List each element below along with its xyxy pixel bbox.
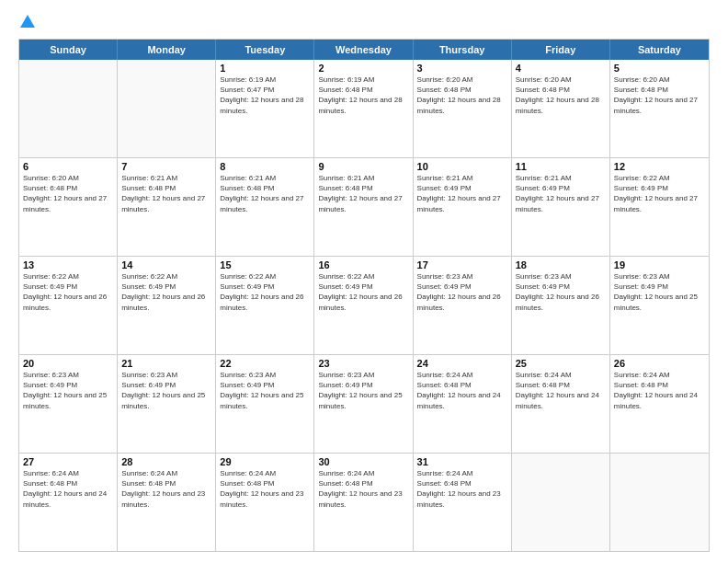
day-info: Sunrise: 6:22 AM Sunset: 6:49 PM Dayligh… xyxy=(220,271,310,313)
day-info: Sunrise: 6:24 AM Sunset: 6:48 PM Dayligh… xyxy=(417,370,507,411)
calendar-day-header: Saturday xyxy=(610,40,709,60)
calendar-cell: 29Sunrise: 6:24 AM Sunset: 6:48 PM Dayli… xyxy=(216,454,314,551)
day-info: Sunrise: 6:21 AM Sunset: 6:48 PM Dayligh… xyxy=(121,173,211,214)
calendar-cell: 24Sunrise: 6:24 AM Sunset: 6:48 PM Dayli… xyxy=(414,355,512,453)
calendar-cell: 3Sunrise: 6:20 AM Sunset: 6:48 PM Daylig… xyxy=(414,60,512,157)
day-number: 9 xyxy=(318,161,408,172)
calendar-week-row: 1Sunrise: 6:19 AM Sunset: 6:47 PM Daylig… xyxy=(19,60,709,157)
day-info: Sunrise: 6:21 AM Sunset: 6:49 PM Dayligh… xyxy=(516,173,606,214)
day-info: Sunrise: 6:21 AM Sunset: 6:48 PM Dayligh… xyxy=(220,173,310,214)
day-number: 30 xyxy=(318,456,408,467)
day-info: Sunrise: 6:24 AM Sunset: 6:48 PM Dayligh… xyxy=(121,468,211,510)
day-number: 24 xyxy=(417,358,507,369)
day-number: 22 xyxy=(220,358,310,369)
calendar-day-header: Thursday xyxy=(414,40,512,60)
day-number: 11 xyxy=(516,161,606,172)
calendar-cell: 8Sunrise: 6:21 AM Sunset: 6:48 PM Daylig… xyxy=(216,158,314,256)
day-number: 6 xyxy=(23,161,113,172)
calendar-body: 1Sunrise: 6:19 AM Sunset: 6:47 PM Daylig… xyxy=(19,60,709,551)
calendar-cell: 27Sunrise: 6:24 AM Sunset: 6:48 PM Dayli… xyxy=(19,454,118,551)
day-number: 4 xyxy=(516,63,606,74)
day-info: Sunrise: 6:20 AM Sunset: 6:48 PM Dayligh… xyxy=(23,173,113,214)
day-number: 13 xyxy=(23,259,113,270)
day-number: 12 xyxy=(614,161,705,172)
calendar-day-header: Monday xyxy=(118,40,216,60)
calendar-day-header: Friday xyxy=(512,40,610,60)
day-number: 18 xyxy=(516,259,606,270)
day-number: 2 xyxy=(318,63,408,74)
calendar-cell: 7Sunrise: 6:21 AM Sunset: 6:48 PM Daylig… xyxy=(118,158,216,256)
calendar-cell: 14Sunrise: 6:22 AM Sunset: 6:49 PM Dayli… xyxy=(118,257,216,354)
calendar-cell: 16Sunrise: 6:22 AM Sunset: 6:49 PM Dayli… xyxy=(314,257,413,354)
calendar-week-row: 13Sunrise: 6:22 AM Sunset: 6:49 PM Dayli… xyxy=(19,256,709,354)
day-info: Sunrise: 6:23 AM Sunset: 6:49 PM Dayligh… xyxy=(417,271,507,313)
calendar-cell: 1Sunrise: 6:19 AM Sunset: 6:47 PM Daylig… xyxy=(216,60,314,157)
day-number: 3 xyxy=(417,63,507,74)
calendar-day-header: Sunday xyxy=(19,40,118,60)
calendar-day-header: Tuesday xyxy=(216,40,314,60)
day-number: 27 xyxy=(23,456,113,467)
calendar-cell: 15Sunrise: 6:22 AM Sunset: 6:49 PM Dayli… xyxy=(216,257,314,354)
day-info: Sunrise: 6:24 AM Sunset: 6:48 PM Dayligh… xyxy=(23,468,113,510)
day-number: 28 xyxy=(121,456,211,467)
day-number: 14 xyxy=(121,259,211,270)
calendar-cell: 12Sunrise: 6:22 AM Sunset: 6:49 PM Dayli… xyxy=(610,158,709,256)
calendar-cell: 25Sunrise: 6:24 AM Sunset: 6:48 PM Dayli… xyxy=(512,355,610,453)
day-info: Sunrise: 6:23 AM Sunset: 6:49 PM Dayligh… xyxy=(318,370,408,411)
day-info: Sunrise: 6:21 AM Sunset: 6:49 PM Dayligh… xyxy=(417,173,507,214)
day-info: Sunrise: 6:22 AM Sunset: 6:49 PM Dayligh… xyxy=(318,271,408,313)
day-info: Sunrise: 6:23 AM Sunset: 6:49 PM Dayligh… xyxy=(614,271,705,313)
day-info: Sunrise: 6:24 AM Sunset: 6:48 PM Dayligh… xyxy=(516,370,606,411)
calendar: SundayMondayTuesdayWednesdayThursdayFrid… xyxy=(18,39,710,552)
day-info: Sunrise: 6:24 AM Sunset: 6:48 PM Dayligh… xyxy=(318,468,408,510)
day-number: 8 xyxy=(220,161,310,172)
calendar-cell: 5Sunrise: 6:20 AM Sunset: 6:48 PM Daylig… xyxy=(610,60,709,157)
day-info: Sunrise: 6:20 AM Sunset: 6:48 PM Dayligh… xyxy=(417,75,507,116)
calendar-cell: 4Sunrise: 6:20 AM Sunset: 6:48 PM Daylig… xyxy=(512,60,610,157)
calendar-cell: 19Sunrise: 6:23 AM Sunset: 6:49 PM Dayli… xyxy=(610,257,709,354)
calendar-cell: 11Sunrise: 6:21 AM Sunset: 6:49 PM Dayli… xyxy=(512,158,610,256)
calendar-cell: 21Sunrise: 6:23 AM Sunset: 6:49 PM Dayli… xyxy=(118,355,216,453)
day-number: 1 xyxy=(220,63,310,74)
day-info: Sunrise: 6:22 AM Sunset: 6:49 PM Dayligh… xyxy=(614,173,705,214)
calendar-cell: 26Sunrise: 6:24 AM Sunset: 6:48 PM Dayli… xyxy=(610,355,709,453)
calendar-cell xyxy=(19,60,118,157)
day-number: 21 xyxy=(121,358,211,369)
day-number: 26 xyxy=(614,358,705,369)
logo-triangle-icon xyxy=(20,15,35,28)
calendar-cell: 20Sunrise: 6:23 AM Sunset: 6:49 PM Dayli… xyxy=(19,355,118,453)
calendar-cell xyxy=(512,454,610,551)
day-info: Sunrise: 6:24 AM Sunset: 6:48 PM Dayligh… xyxy=(220,468,310,510)
day-number: 29 xyxy=(220,456,310,467)
day-info: Sunrise: 6:20 AM Sunset: 6:48 PM Dayligh… xyxy=(614,75,705,116)
calendar-cell xyxy=(610,454,709,551)
day-number: 16 xyxy=(318,259,408,270)
calendar-cell: 31Sunrise: 6:24 AM Sunset: 6:48 PM Dayli… xyxy=(414,454,512,551)
calendar-cell: 10Sunrise: 6:21 AM Sunset: 6:49 PM Dayli… xyxy=(414,158,512,256)
day-number: 5 xyxy=(614,63,705,74)
day-number: 23 xyxy=(318,358,408,369)
calendar-week-row: 6Sunrise: 6:20 AM Sunset: 6:48 PM Daylig… xyxy=(19,157,709,256)
day-number: 10 xyxy=(417,161,507,172)
calendar-cell: 22Sunrise: 6:23 AM Sunset: 6:49 PM Dayli… xyxy=(216,355,314,453)
calendar-day-header: Wednesday xyxy=(314,40,413,60)
logo xyxy=(18,15,35,29)
calendar-cell: 17Sunrise: 6:23 AM Sunset: 6:49 PM Dayli… xyxy=(414,257,512,354)
day-info: Sunrise: 6:22 AM Sunset: 6:49 PM Dayligh… xyxy=(121,271,211,313)
day-number: 31 xyxy=(417,456,507,467)
day-info: Sunrise: 6:19 AM Sunset: 6:48 PM Dayligh… xyxy=(318,75,408,116)
day-number: 19 xyxy=(614,259,705,270)
calendar-week-row: 20Sunrise: 6:23 AM Sunset: 6:49 PM Dayli… xyxy=(19,354,709,453)
day-info: Sunrise: 6:23 AM Sunset: 6:49 PM Dayligh… xyxy=(516,271,606,313)
calendar-week-row: 27Sunrise: 6:24 AM Sunset: 6:48 PM Dayli… xyxy=(19,453,709,551)
calendar-cell: 23Sunrise: 6:23 AM Sunset: 6:49 PM Dayli… xyxy=(314,355,413,453)
calendar-cell: 6Sunrise: 6:20 AM Sunset: 6:48 PM Daylig… xyxy=(19,158,118,256)
calendar-cell: 28Sunrise: 6:24 AM Sunset: 6:48 PM Dayli… xyxy=(118,454,216,551)
day-info: Sunrise: 6:23 AM Sunset: 6:49 PM Dayligh… xyxy=(23,370,113,411)
day-info: Sunrise: 6:23 AM Sunset: 6:49 PM Dayligh… xyxy=(121,370,211,411)
day-number: 25 xyxy=(516,358,606,369)
day-number: 17 xyxy=(417,259,507,270)
header xyxy=(18,15,710,29)
day-info: Sunrise: 6:20 AM Sunset: 6:48 PM Dayligh… xyxy=(516,75,606,116)
day-info: Sunrise: 6:19 AM Sunset: 6:47 PM Dayligh… xyxy=(220,75,310,116)
